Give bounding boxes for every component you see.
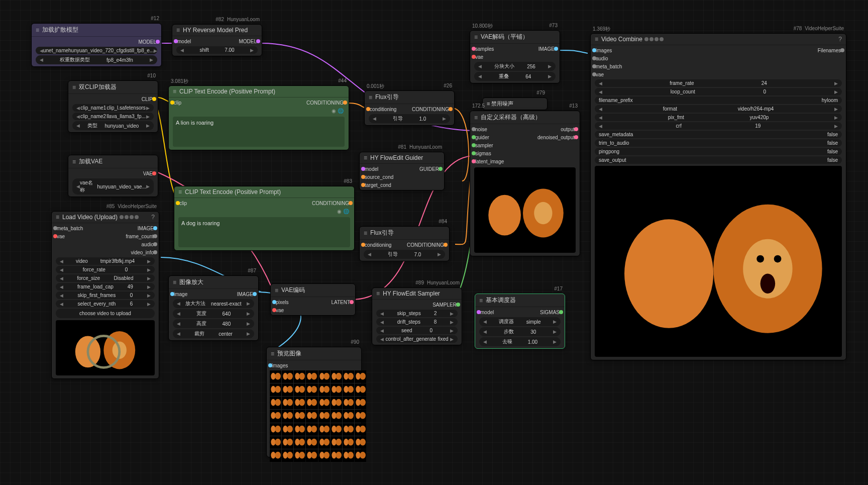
menu-icon[interactable]: ≡	[36, 27, 39, 34]
widget-upscale-method[interactable]: ◀放大方法nearest-exact▶	[173, 299, 254, 308]
node-header[interactable]: ≡ CLIP Text Encode (Positive Prompt)	[169, 86, 349, 98]
widget-guidance[interactable]: ◀引导7.0▶	[364, 250, 445, 259]
widget-trim-to-audio[interactable]: trim_to_audiofalse	[595, 139, 842, 147]
widget-pixfmt[interactable]: ◀pix_fmtyuv420p▶	[595, 114, 842, 121]
node-dual-clip-loader[interactable]: #10 ≡ 双CLIP加载器 CLIP ◀clip_name1clip_l.sa…	[68, 80, 158, 133]
widget-shift[interactable]: ◀shift7.00▶	[176, 46, 258, 54]
menu-icon[interactable]: ≡	[178, 188, 182, 196]
node-load-video-upload[interactable]: #85 VideoHelperSuite ≡ Load Video (Uploa…	[51, 211, 159, 379]
choose-video-button[interactable]: choose video to upload	[56, 309, 155, 318]
menu-icon[interactable]: ≡	[364, 230, 367, 237]
node-reverse-model-pred[interactable]: #82 HunyuanLoom ≡ HY Reverse Model Pred …	[172, 24, 262, 56]
widget-height[interactable]: ◀高度480▶	[173, 319, 254, 328]
menu-icon[interactable]: ≡	[369, 94, 372, 101]
node-header[interactable]: ≡ VAE编码	[271, 284, 355, 297]
widget-frame-load-cap[interactable]: ◀frame_load_cap49▶	[56, 283, 155, 290]
node-header[interactable]: ≡ Flux引导	[360, 227, 449, 240]
node-load-vae[interactable]: ≡ 加载VAE VAE ◀vae名称hunyuan_video_vae...▶	[68, 155, 158, 197]
node-header[interactable]: ≡ Flux引导	[365, 91, 454, 104]
node-video-combine[interactable]: 1.369秒 #78 VideoHelperSuite ≡ Video Comb…	[590, 33, 846, 360]
node-clip-encode-positive-1[interactable]: 3.081秒 #44 ≡ CLIP Text Encode (Positive …	[168, 85, 349, 150]
menu-icon[interactable]: ≡	[173, 279, 176, 286]
node-header[interactable]: ≡ 图像放大	[169, 276, 258, 289]
globe-icon[interactable]: 🌐	[343, 209, 349, 214]
widget-denoise[interactable]: ◀去噪1.00▶	[479, 337, 561, 346]
widget-unet-name[interactable]: ◀unet_namehunyuan_video_720_cfgdistill_f…	[36, 47, 157, 54]
menu-icon[interactable]: ≡	[487, 101, 490, 107]
widget-crop[interactable]: ◀裁剪center▶	[173, 329, 254, 338]
node-header[interactable]: ≡ 加载扩散模型	[32, 24, 161, 37]
menu-icon[interactable]: ≡	[376, 290, 380, 297]
widget-pingpong[interactable]: pingpongfalse	[595, 148, 842, 155]
widget-clip-name1[interactable]: ◀clip_name1clip_l.safetensors▶	[72, 104, 154, 112]
node-vae-encode[interactable]: ≡ VAE编码 pixelsLATENT vae	[270, 283, 356, 316]
globe-icon[interactable]: 🌐	[338, 108, 344, 114]
node-flowedit-sampler[interactable]: #89 HunyuanLoom ≡ HY FlowEdit Sampler SA…	[372, 287, 462, 345]
node-custom-sampler-advanced[interactable]: 172.5 #13 ≡ 自定义采样器（高级） noiseoutput guide…	[470, 111, 580, 256]
widget-guidance[interactable]: ◀引导1.0▶	[369, 114, 450, 123]
widget-save-metadata[interactable]: save_metadatafalse	[595, 131, 842, 138]
widget-frame-rate[interactable]: ◀frame_rate24▶	[595, 79, 842, 87]
menu-icon[interactable]: ≡	[56, 214, 59, 221]
widget-tile-size[interactable]: ◀分块大小256▶	[474, 62, 556, 71]
node-preview-image[interactable]: #90 ≡ 预览图像 images	[266, 347, 362, 457]
node-header[interactable]: ≡ 自定义采样器（高级）	[470, 111, 580, 124]
node-header[interactable]: ≡ 预览图像	[267, 347, 361, 360]
menu-icon[interactable]: ≡	[173, 88, 176, 95]
widget-overlap[interactable]: ◀重叠64▶	[474, 72, 556, 81]
node-header[interactable]: ≡ 加载VAE	[68, 155, 158, 168]
prompt-textarea[interactable]: A lion is roaring	[173, 117, 345, 147]
prompt-textarea[interactable]: A dog is roaring	[178, 217, 350, 247]
node-header[interactable]: ≡ HY Reverse Model Pred	[172, 25, 262, 36]
widget-force-rate[interactable]: ◀force_rate0▶	[56, 266, 155, 273]
menu-icon[interactable]: ≡	[364, 154, 367, 161]
node-clip-encode-positive-2[interactable]: #83 ≡ CLIP Text Encode (Positive Prompt)…	[174, 186, 355, 251]
node-header[interactable]: ≡ 基本调度器	[475, 294, 565, 307]
widget-seed[interactable]: ◀seed0▶	[376, 327, 458, 334]
menu-icon[interactable]: ≡	[479, 297, 483, 304]
node-header[interactable]: ≡ VAE解码（平铺）	[470, 31, 560, 44]
node-flowedit-guider[interactable]: #81 HunyuanLoom ≡ HY FlowEdit Guider mod…	[359, 152, 445, 190]
node-header[interactable]: ≡ CLIP Text Encode (Positive Prompt)	[174, 186, 354, 198]
widget-type[interactable]: ◀类型hunyuan_video▶	[72, 121, 154, 130]
widget-vae-name[interactable]: ◀vae名称hunyuan_video_vae...▶	[72, 178, 154, 195]
widget-scheduler[interactable]: ◀调度器simple▶	[479, 317, 561, 326]
widget-width[interactable]: ◀宽度640▶	[173, 309, 254, 318]
help-icon[interactable]: ?	[838, 36, 842, 43]
node-header[interactable]: ≡ HY FlowEdit Guider	[360, 152, 444, 164]
menu-icon[interactable]: ≡	[271, 350, 274, 357]
widget-video[interactable]: ◀videotmpir3fbfkj.mp4▶	[56, 257, 155, 265]
widget-skip-steps[interactable]: ◀skip_steps2▶	[376, 310, 458, 317]
widget-select-nth[interactable]: ◀select_every_nth6▶	[56, 300, 155, 308]
eye-icon[interactable]: ◉	[332, 108, 336, 114]
menu-icon[interactable]: ≡	[72, 84, 76, 91]
widget-steps[interactable]: ◀步数30▶	[479, 327, 561, 336]
node-image-upscale[interactable]: #87 ≡ 图像放大 imageIMAGE ◀放大方法nearest-exact…	[168, 275, 259, 341]
menu-icon[interactable]: ≡	[275, 287, 278, 294]
widget-skip-frames[interactable]: ◀skip_first_frames0▶	[56, 292, 155, 299]
node-disable-noise[interactable]: #79 ≡ 禁用噪声	[482, 98, 548, 110]
menu-icon[interactable]: ≡	[176, 27, 180, 34]
node-basic-scheduler[interactable]: #17 ≡ 基本调度器 modelSIGMAS ◀调度器simple▶ ◀步数3…	[475, 294, 565, 349]
menu-icon[interactable]: ≡	[474, 114, 478, 121]
node-header[interactable]: ≡ 双CLIP加载器	[68, 81, 158, 94]
widget-format[interactable]: ◀formatvideo/h264-mp4▶	[595, 105, 842, 113]
widget-save-output[interactable]: save_outputfalse	[595, 156, 842, 164]
widget-filename-prefix[interactable]: filename_prefixhyloom	[595, 96, 842, 104]
widget-weight-dtype[interactable]: ◀权重数据类型fp8_e4m3fn▶	[36, 55, 157, 64]
widget-crf[interactable]: ◀crf19▶	[595, 122, 842, 130]
widget-drift-steps[interactable]: ◀drift_steps8▶	[376, 318, 458, 326]
node-vae-decode-tiled[interactable]: 10.800秒 #73 ≡ VAE解码（平铺） samplesIMAGE vae…	[470, 30, 560, 83]
widget-clip-name2[interactable]: ◀clip_name2llava_llama3_fp...▶	[72, 113, 154, 120]
node-load-diffusion-model[interactable]: #12 ≡ 加载扩散模型 MODEL ◀unet_namehunyuan_vid…	[31, 23, 162, 67]
node-header[interactable]: ≡ Video Combine ?	[591, 34, 846, 45]
menu-icon[interactable]: ≡	[72, 158, 76, 165]
menu-icon[interactable]: ≡	[474, 34, 478, 41]
widget-control-after[interactable]: ◀control_after_generatefixed▶	[376, 335, 458, 343]
node-flux-guidance-1[interactable]: 0.001秒 #26 ≡ Flux引导 conditioningCONDITIO…	[364, 90, 455, 126]
menu-icon[interactable]: ≡	[595, 36, 598, 43]
widget-loop-count[interactable]: ◀loop_count0▶	[595, 88, 842, 95]
help-icon[interactable]: ?	[151, 214, 155, 221]
node-flux-guidance-2[interactable]: #84 ≡ Flux引导 conditioningCONDITIONING ◀引…	[359, 226, 450, 261]
node-header[interactable]: ≡ HY FlowEdit Sampler	[372, 288, 462, 300]
